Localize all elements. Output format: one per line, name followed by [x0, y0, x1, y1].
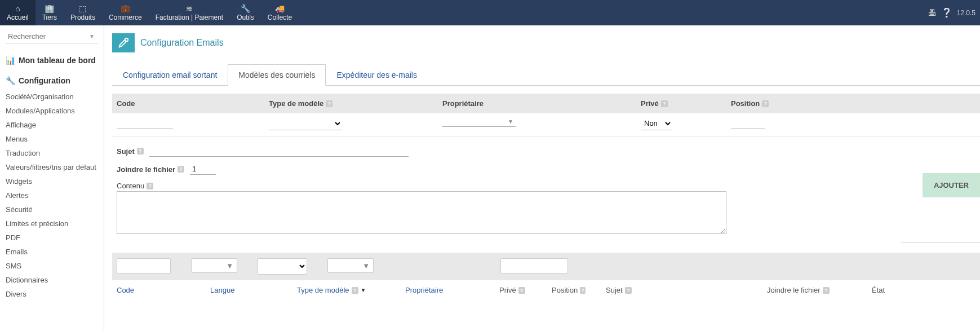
help-tooltip-icon[interactable]: ? [823, 287, 830, 294]
add-button[interactable]: AJOUTER [923, 173, 980, 197]
nav-label: Collecte [268, 14, 292, 21]
help-icon[interactable]: ❔ [941, 7, 952, 18]
help-tooltip-icon[interactable]: ? [580, 287, 586, 294]
list-col-position[interactable]: Position ? [552, 286, 586, 294]
form-section: Sujet ? Joindre le fichier ? Contenu ? [112, 136, 980, 234]
sidebar-item-dictionnaires[interactable]: Dictionnaires [0, 273, 104, 287]
help-tooltip-icon[interactable]: ? [518, 287, 525, 294]
col-header-code: Code [117, 99, 269, 108]
list-col-code[interactable]: Code [117, 286, 190, 294]
wrench-icon: 🔧 [6, 76, 15, 85]
list-col-prive[interactable]: Privé ? [499, 286, 531, 294]
coins-icon: ≋ [186, 5, 193, 12]
list-col-position-label: Position [552, 286, 578, 294]
attach-input[interactable] [190, 164, 216, 175]
nav-commerce[interactable]: 💼 Commerce [102, 0, 149, 25]
divider [901, 242, 980, 242]
chart-icon: 📊 [6, 56, 15, 65]
sidebar-dashboard-link[interactable]: 📊 Mon tableau de bord [0, 49, 104, 69]
help-tooltip-icon[interactable]: ? [326, 100, 332, 107]
nav-label: Produits [70, 14, 95, 21]
sidebar-item-widgets[interactable]: Widgets [0, 174, 104, 188]
help-tooltip-icon[interactable]: ? [178, 166, 184, 173]
list-col-attach[interactable]: Joindre le fichier ? [767, 286, 852, 294]
col-header-position-label: Position [731, 99, 760, 108]
nav-facturation[interactable]: ≋ Facturation | Paiement [149, 0, 230, 25]
wrench-icon: 🔧 [241, 5, 250, 12]
col-header-type: Type de modèle ? [269, 99, 442, 108]
sidebar-item-sms[interactable]: SMS [0, 259, 104, 273]
sidebar-search-wrap: ▼ [0, 30, 104, 49]
tab-expediteur[interactable]: Expéditeur des e-mails [326, 64, 427, 86]
tabs: Configuration email sortant Modèles des … [112, 64, 980, 86]
content-textarea[interactable] [117, 191, 726, 234]
sidebar-item-divers[interactable]: Divers [0, 287, 104, 301]
sidebar-item-limites[interactable]: Limites et précision [0, 217, 104, 231]
sidebar-item-emails[interactable]: Emails [0, 245, 104, 259]
subject-input[interactable] [149, 145, 409, 157]
list-col-etat[interactable]: État [872, 286, 894, 294]
attach-row: Joindre le fichier ? [117, 160, 975, 178]
subject-row: Sujet ? [117, 142, 975, 160]
sidebar-dashboard-label: Mon tableau de bord [19, 56, 96, 65]
sidebar-item-societe[interactable]: Société/Organisation [0, 90, 104, 104]
list-col-attach-label: Joindre le fichier [767, 286, 821, 294]
filter-owner-select[interactable]: ▼ [327, 258, 374, 273]
nav-label: Tiers [42, 14, 57, 21]
sidebar-item-traduction[interactable]: Traduction [0, 146, 104, 160]
help-tooltip-icon[interactable]: ? [762, 100, 769, 107]
version-label: 12.0.5 [957, 9, 975, 17]
tab-modeles[interactable]: Modèles des courriels [228, 64, 326, 86]
private-select[interactable]: Non [641, 117, 672, 130]
position-input[interactable] [731, 117, 765, 129]
content-label-row: Contenu ? [117, 178, 975, 191]
nav-collecte[interactable]: 🚚 Collecte [261, 0, 299, 25]
filter-sujet-input[interactable] [500, 258, 568, 273]
sidebar-item-defaults[interactable]: Valeurs/filtres/tris par défaut [0, 160, 104, 174]
sidebar-item-alertes[interactable]: Alertes [0, 188, 104, 202]
chevron-down-icon[interactable]: ▼ [89, 33, 95, 39]
sidebar-config-heading[interactable]: 🔧 Configuration [0, 69, 104, 90]
type-select[interactable] [269, 117, 342, 130]
filter-langue-select[interactable]: ▼ [191, 258, 237, 273]
nav-tiers[interactable]: 🏢 Tiers [36, 0, 64, 25]
sidebar-item-pdf[interactable]: PDF [0, 231, 104, 245]
tab-config-sortant[interactable]: Configuration email sortant [112, 64, 228, 86]
sidebar-item-securite[interactable]: Sécurité [0, 202, 104, 217]
nav-outils[interactable]: 🔧 Outils [230, 0, 261, 25]
help-tooltip-icon[interactable]: ? [352, 287, 358, 294]
owner-select[interactable]: ▼ [442, 117, 516, 127]
form-input-row: ▼ Non [112, 113, 980, 136]
sidebar-item-affichage[interactable]: Affichage [0, 118, 104, 132]
list-filter-row: ▼ ▼ [112, 253, 980, 280]
page-title: Configuration Emails [140, 38, 224, 48]
nav-accueil[interactable]: ⌂ Accueil [0, 0, 36, 25]
nav-label: Outils [237, 14, 254, 21]
top-nav-left: ⌂ Accueil 🏢 Tiers ⬚ Produits 💼 Commerce … [0, 0, 299, 25]
page-header: Configuration Emails [112, 33, 980, 52]
print-icon[interactable]: 🖶 [928, 8, 937, 18]
col-header-position: Position ? [731, 99, 821, 108]
help-tooltip-icon[interactable]: ? [661, 100, 668, 107]
layout: ▼ 📊 Mon tableau de bord 🔧 Configuration … [0, 25, 980, 331]
nav-label: Facturation | Paiement [156, 14, 224, 21]
list-col-type[interactable]: Type de modèle ? ▼ [297, 286, 385, 294]
form-header-row: Code Type de modèle ? Propriétaire Privé… [112, 94, 980, 113]
sidebar-search-input[interactable] [6, 30, 98, 43]
list-col-sujet-label: Sujet [606, 286, 623, 294]
sidebar-config-label: Configuration [19, 76, 70, 85]
subject-label-text: Sujet [117, 147, 135, 156]
list-col-owner[interactable]: Propriétaire [405, 286, 479, 294]
help-tooltip-icon[interactable]: ? [625, 287, 632, 294]
code-input[interactable] [117, 117, 173, 129]
list-col-langue[interactable]: Langue [210, 286, 277, 294]
filter-type-select[interactable] [258, 258, 307, 275]
help-tooltip-icon[interactable]: ? [137, 148, 144, 155]
sidebar-item-modules[interactable]: Modules/Applications [0, 104, 104, 118]
sidebar-item-menus[interactable]: Menus [0, 132, 104, 146]
help-tooltip-icon[interactable]: ? [147, 183, 153, 189]
nav-produits[interactable]: ⬚ Produits [64, 0, 102, 25]
filter-code-input[interactable] [117, 258, 171, 273]
list-col-sujet[interactable]: Sujet ? [606, 286, 747, 294]
add-button-wrap: AJOUTER [923, 136, 980, 234]
